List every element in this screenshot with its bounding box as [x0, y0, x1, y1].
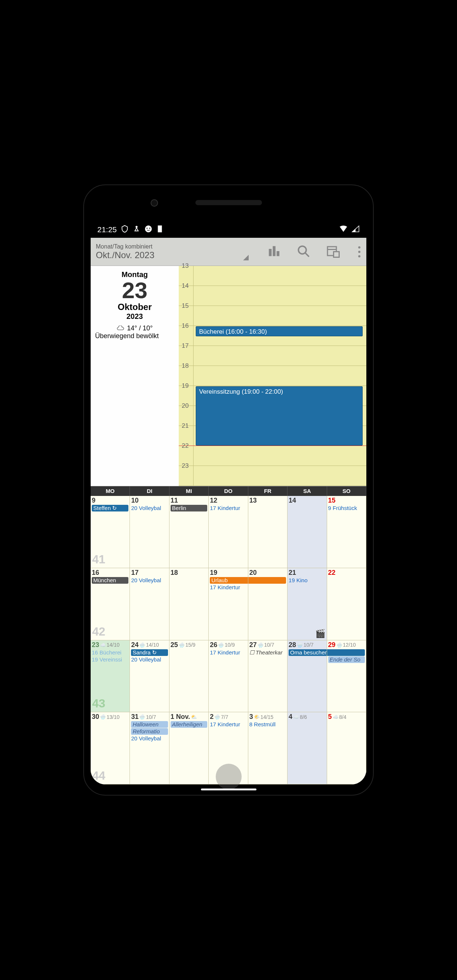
- day-cell[interactable]: 28🌧️10/7 Oma besuchen: [287, 640, 327, 713]
- day-cell[interactable]: 14: [287, 496, 327, 568]
- event-pill[interactable]: Halloween: [131, 721, 168, 728]
- status-time: 21:25: [97, 225, 117, 234]
- day-cell[interactable]: 5☁️8/4: [327, 712, 367, 784]
- event-text[interactable]: 17 Kindertur: [210, 649, 246, 656]
- day-cell[interactable]: 18: [170, 568, 209, 640]
- svg-rect-6: [277, 251, 280, 256]
- weather-description: Überwiegend bewölkt: [94, 332, 176, 340]
- search-icon[interactable]: [297, 245, 310, 259]
- event-pill[interactable]: Urlaub: [210, 577, 248, 584]
- day-cell[interactable]: 19 Urlaub 17 Kindertur: [209, 568, 248, 640]
- weekday-header: MO DI MI DO FR SA SO: [90, 486, 367, 496]
- day-cell[interactable]: 3🌤️14/15 8 Restmüll: [248, 712, 287, 784]
- day-cell[interactable]: 10 20 Volleybal: [130, 496, 169, 568]
- svg-point-1: [145, 225, 151, 232]
- event-text[interactable]: 17 Kindertur: [210, 584, 246, 591]
- event-text[interactable]: 20 Volleybal: [131, 656, 168, 663]
- svg-point-2: [146, 228, 148, 229]
- event-text[interactable]: 20 Volleybal: [131, 505, 168, 511]
- sync-icon: [132, 225, 141, 235]
- day-cell[interactable]: 30🌧️13/10 44: [90, 712, 130, 784]
- day-cell[interactable]: 20: [248, 568, 287, 640]
- month-label: Oktober: [94, 302, 176, 312]
- day-cell[interactable]: 26🌧️10/9 17 Kindertur: [209, 640, 248, 713]
- event-pill[interactable]: Steffen ↻: [92, 505, 129, 511]
- svg-rect-4: [269, 249, 272, 256]
- event-text[interactable]: 8 Restmüll: [249, 721, 286, 728]
- event-buecherei[interactable]: Bücherei (16:00 - 16:30): [196, 326, 363, 336]
- event-text[interactable]: 20 Volleybal: [131, 577, 168, 584]
- event-text[interactable]: ☐ Theaterkar: [249, 649, 286, 656]
- status-bar: 21:25: [90, 221, 367, 238]
- day-cell[interactable]: 31🌧️10/7 Halloween Reformatio 20 Volleyb…: [130, 712, 169, 784]
- event-text[interactable]: 20 Volleybal: [131, 735, 168, 742]
- event-pill[interactable]: Allerheiligen: [171, 721, 207, 728]
- event-pill[interactable]: Oma besuchen: [289, 649, 327, 656]
- svg-rect-5: [273, 246, 276, 256]
- overflow-menu-icon[interactable]: [356, 246, 363, 258]
- event-text[interactable]: 19 Kino: [289, 577, 325, 584]
- film-icon: 🎬: [315, 629, 325, 638]
- signal-icon: [352, 225, 360, 234]
- svg-line-8: [305, 253, 309, 257]
- face-icon: [144, 225, 152, 235]
- day-cell[interactable]: 9 Steffen ↻ 41: [90, 496, 130, 568]
- hour-grid[interactable]: 13 14 15 16 17 18 19 20 21 22 23 Büchere…: [179, 266, 367, 486]
- day-cell-today[interactable]: 23☁️14/10 16 Bücherei 19 Vereinssi 43: [90, 640, 130, 713]
- sd-icon: [156, 225, 163, 235]
- event-text[interactable]: 17 Kindertur: [210, 721, 246, 728]
- day-number: 23: [94, 279, 176, 302]
- wifi-icon: [339, 225, 348, 234]
- event-vereinssitzung[interactable]: Vereinssitzung (19:00 - 22:00): [196, 386, 363, 445]
- day-cell[interactable]: 29🌧️12/10 Ende der So: [327, 640, 367, 713]
- event-pill[interactable]: Berlin: [171, 505, 207, 511]
- event-pill[interactable]: Ende der So: [328, 656, 365, 663]
- event-text[interactable]: 16 Bücherei: [92, 649, 129, 656]
- calendar-icon[interactable]: [326, 245, 340, 259]
- day-cell[interactable]: 4☁️8/6: [287, 712, 327, 784]
- app-toolbar: Monat/Tag kombiniert Okt./Nov. 2023: [90, 238, 367, 266]
- weather-temp: 14° / 10°: [94, 325, 176, 332]
- event-text[interactable]: 19 Vereinssi: [92, 656, 129, 663]
- day-cell[interactable]: 11 Berlin: [170, 496, 209, 568]
- day-cell[interactable]: 16 München 42: [90, 568, 130, 640]
- stats-icon[interactable]: [267, 245, 281, 259]
- day-cell[interactable]: 17 20 Volleybal: [130, 568, 169, 640]
- day-cell[interactable]: 13: [248, 496, 287, 568]
- cloud-icon: [117, 326, 125, 331]
- day-cell[interactable]: 22: [327, 568, 367, 640]
- svg-point-3: [149, 228, 150, 229]
- event-pill[interactable]: Reformatio: [131, 728, 168, 735]
- day-view: Montag 23 Oktober 2023 14° / 10° Überwie…: [90, 266, 367, 486]
- event-text[interactable]: 9 Frühstück: [328, 505, 365, 511]
- month-grid: 9 Steffen ↻ 41 10 20 Volleybal 11 Berlin…: [90, 496, 367, 784]
- svg-point-7: [298, 246, 306, 254]
- day-cell[interactable]: 12 17 Kindertur: [209, 496, 248, 568]
- day-cell[interactable]: 15 9 Frühstück: [327, 496, 367, 568]
- view-mode-label: Monat/Tag kombiniert: [96, 243, 252, 250]
- event-pill[interactable]: Sandra ↻: [131, 649, 168, 656]
- day-cell[interactable]: 25🌧️15/9: [170, 640, 209, 713]
- event-text[interactable]: 17 Kindertur: [210, 505, 246, 511]
- day-cell[interactable]: 1 Nov.⛅ Allerheiligen: [170, 712, 209, 784]
- year-label: 2023: [94, 312, 176, 321]
- day-cell[interactable]: 21 19 Kino 🎬: [287, 568, 327, 640]
- date-range-label: Okt./Nov. 2023: [96, 250, 252, 260]
- day-info-panel[interactable]: Montag 23 Oktober 2023 14° / 10° Überwie…: [90, 266, 179, 486]
- shield-icon: [121, 225, 129, 235]
- svg-rect-11: [334, 251, 339, 257]
- day-cell[interactable]: 24🌧️14/10 Sandra ↻ 20 Volleybal: [130, 640, 169, 713]
- view-selector[interactable]: Monat/Tag kombiniert Okt./Nov. 2023: [94, 243, 252, 260]
- day-cell[interactable]: 27🌧️10/7 ☐ Theaterkar: [248, 640, 287, 713]
- dropdown-icon: [243, 255, 249, 260]
- event-pill[interactable]: München: [92, 577, 129, 584]
